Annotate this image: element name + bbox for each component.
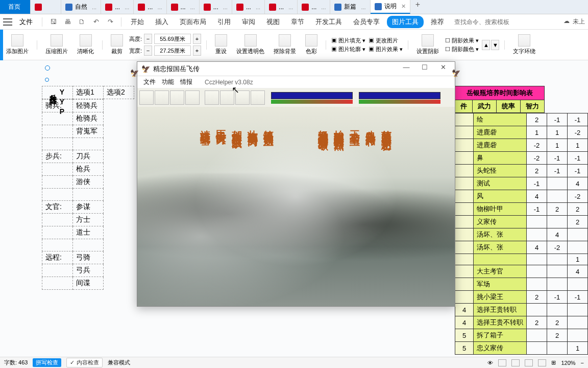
mtab-pictools[interactable]: 图片工具 (387, 16, 424, 28)
maximize-button[interactable]: ☐ (417, 63, 432, 75)
view-mode-1[interactable] (498, 359, 506, 366)
wrap-button[interactable]: 文字环绕 (510, 34, 538, 55)
mtab-layout[interactable]: 页面布局 (176, 15, 210, 29)
tool-5[interactable] (205, 90, 219, 105)
nudge-up[interactable]: ▲ (482, 40, 490, 50)
add-picture-button[interactable]: 添加图片 (3, 34, 32, 55)
width-input[interactable] (154, 45, 191, 56)
tab-home[interactable]: 首页 (0, 0, 31, 14)
preview-icon[interactable]: 🗋 (76, 16, 87, 28)
tab-1[interactable] (31, 0, 61, 14)
mtab-view[interactable]: 视图 (262, 15, 284, 29)
mtab-insert[interactable]: 插入 (151, 15, 173, 29)
close-button[interactable]: ✕ (435, 63, 451, 75)
mtab-ref[interactable]: 引用 (213, 15, 235, 29)
mtab-chapter[interactable]: 章节 (287, 15, 308, 29)
view-mode-4[interactable] (538, 359, 546, 366)
table-cell: 进鹿砦 (474, 126, 527, 139)
outline-button[interactable]: ▣ 图片轮廓 ▾ (331, 45, 365, 53)
crop-button[interactable]: 裁剪 (108, 34, 126, 55)
tool-3[interactable] (170, 90, 184, 105)
file-menu[interactable]: 文件 (15, 16, 37, 28)
color-button[interactable]: 色彩 (302, 34, 321, 55)
shadow-button[interactable]: 设置阴影 (413, 34, 442, 55)
window-titlebar[interactable]: 🦅 精忠报国岳飞传 — ☐ ✕ (137, 62, 455, 76)
poem-text: 笑谈渴饮匈奴血壮志饥餐胡虏肉驾长车踏破贺兰山缺臣子恨何时灭靖康耻犹未雪 莫等闲白… (137, 122, 455, 133)
mtab-start[interactable]: 开始 (127, 15, 148, 29)
mtab-review[interactable]: 审阅 (238, 15, 259, 29)
tab-5[interactable]: ...... (167, 0, 200, 14)
tab-7[interactable]: ...... (232, 0, 265, 14)
menu-file[interactable]: 文件 (143, 78, 156, 86)
tool-8[interactable] (251, 90, 265, 105)
tab-active[interactable]: 说明✕ (371, 0, 410, 14)
zoom-value[interactable]: 120% (561, 360, 575, 366)
table-cell: 选择王贵不转职 (474, 316, 527, 329)
tab-3[interactable]: ...... (101, 0, 134, 14)
redo-icon[interactable]: ↷ (105, 16, 116, 28)
tab-2[interactable]: 自然... (61, 0, 101, 14)
rotate-handle[interactable] (45, 65, 50, 71)
inc-h[interactable]: + (193, 34, 201, 44)
zoom-out[interactable]: − (581, 360, 584, 366)
height-input[interactable] (154, 34, 191, 44)
view-icon[interactable]: 👁 (487, 360, 493, 366)
undo-icon[interactable]: ↶ (90, 16, 102, 28)
tool-1[interactable] (139, 90, 154, 105)
tool-6[interactable] (220, 90, 234, 105)
tab-new[interactable]: + (410, 0, 425, 14)
app-icon: 🦅 (141, 65, 150, 73)
table-cell: -1 (568, 152, 588, 165)
table-cell: 枪兵 (73, 163, 104, 176)
mtab-recommend[interactable]: 推荐 (427, 15, 448, 29)
menu-intel[interactable]: 情报 (180, 78, 192, 86)
save-icon[interactable]: 🖫 (47, 16, 59, 28)
table-cell: 文官: (42, 201, 73, 214)
removebg-button[interactable]: 抠除背景 (271, 34, 299, 55)
shadowcolor-button[interactable]: ☐ 阴影颜色 ▾ (445, 45, 479, 53)
table-cell: 刀兵 (73, 150, 104, 163)
reset-button[interactable]: 重设 (212, 34, 230, 55)
mtab-dev[interactable]: 开发工具 (311, 15, 346, 29)
eagle-icon: 🦅 (130, 69, 140, 78)
dec-h[interactable]: − (144, 34, 152, 44)
cloud-icon[interactable]: ☁ (564, 17, 570, 26)
tool-2[interactable] (155, 90, 169, 105)
effect-button[interactable]: ▣ 图片效果 ▾ (369, 45, 403, 53)
fill-button[interactable]: ▣ 图片填充 ▾ (331, 37, 365, 44)
tab-10[interactable]: 新篇... (330, 0, 370, 14)
minimize-button[interactable]: — (399, 63, 414, 75)
zoom-fit[interactable]: ⊞ (551, 359, 556, 366)
print-icon[interactable]: 🖶 (62, 16, 73, 28)
table-cell: 方士 (73, 214, 104, 226)
table-cell (42, 264, 73, 277)
compress-button[interactable]: 压缩图片 (42, 34, 71, 55)
inc-w[interactable]: + (193, 45, 201, 56)
tab-4[interactable]: ...... (134, 0, 166, 14)
nudge-dn[interactable]: ▼ (491, 40, 499, 50)
hamburger-icon[interactable] (3, 18, 12, 26)
content-check[interactable]: ✓ 内容检查 (66, 358, 102, 367)
resize-handle[interactable] (45, 78, 49, 82)
mtab-member[interactable]: 会员专享 (349, 15, 384, 29)
shadoweff-button[interactable]: ☐ 阴影效果 ▾ (445, 37, 479, 44)
tab-8[interactable]: ...... (265, 0, 298, 14)
tool-7[interactable] (235, 90, 250, 105)
menu-func[interactable]: 功能 (162, 78, 174, 86)
tab-6[interactable]: ...... (200, 0, 232, 14)
clarify-button[interactable]: 清晰化 (74, 34, 97, 55)
search-input[interactable] (454, 18, 516, 26)
tool-4[interactable] (185, 90, 200, 105)
word-count[interactable]: 字数: 463 (4, 359, 28, 366)
change-button[interactable]: ▣ 更改图片 (369, 37, 403, 44)
table-cell (568, 304, 588, 316)
view-mode-3[interactable] (525, 359, 533, 366)
dec-w[interactable]: − (144, 45, 152, 56)
transparent-button[interactable]: 设置透明色 (233, 34, 267, 55)
close-icon[interactable]: ✕ (401, 3, 406, 10)
table-cell: -1 (568, 165, 588, 177)
view-mode-2[interactable] (511, 359, 520, 366)
table-cell (455, 265, 474, 278)
spellcheck-toggle[interactable]: 拼写检查 (33, 358, 61, 367)
tab-9[interactable]: ...... (298, 0, 330, 14)
